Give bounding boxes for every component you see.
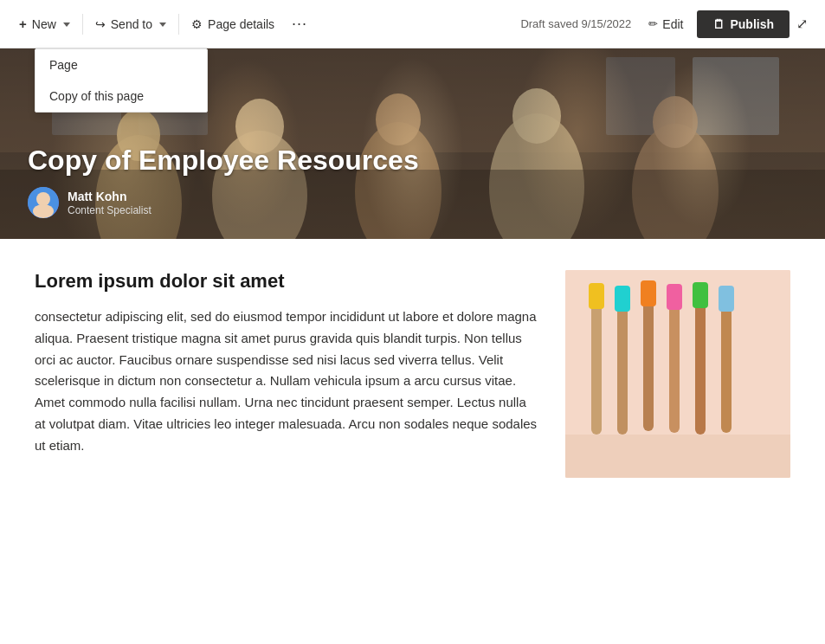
expand-icon: ⤢ bbox=[796, 16, 808, 31]
svg-rect-25 bbox=[615, 286, 630, 312]
svg-rect-5 bbox=[693, 57, 779, 135]
new-chevron-icon bbox=[61, 17, 70, 31]
svg-rect-22 bbox=[591, 287, 602, 435]
content-body: consectetur adipiscing elit, sed do eius… bbox=[35, 306, 538, 456]
svg-rect-29 bbox=[667, 284, 682, 310]
new-label: New bbox=[32, 17, 56, 31]
toolbar: + New ↪ Send to ⚙ Page details ··· Draft… bbox=[0, 0, 825, 48]
dropdown-item-copy-of-this-page[interactable]: Copy of this page bbox=[35, 80, 207, 112]
send-to-icon: ↪ bbox=[95, 17, 106, 31]
hero-author: Matt Kohn Content Specialist bbox=[28, 187, 797, 218]
author-info: Matt Kohn Content Specialist bbox=[68, 189, 151, 216]
author-avatar bbox=[28, 187, 59, 218]
publish-label: Publish bbox=[730, 17, 774, 31]
svg-rect-33 bbox=[719, 286, 734, 312]
svg-point-13 bbox=[512, 88, 561, 144]
publish-button[interactable]: 🗒 Publish bbox=[697, 10, 790, 38]
toothbrushes-image bbox=[565, 270, 790, 478]
page-details-button[interactable]: ⚙ Page details bbox=[183, 12, 283, 36]
main-content: Lorem ipsum dolor sit amet consectetur a… bbox=[0, 239, 825, 509]
svg-point-11 bbox=[376, 93, 421, 145]
more-button[interactable]: ··· bbox=[283, 10, 316, 38]
avatar-svg bbox=[28, 187, 59, 218]
svg-rect-24 bbox=[617, 292, 628, 435]
gear-icon: ⚙ bbox=[191, 17, 203, 31]
new-dropdown-menu: Page Copy of this page bbox=[35, 48, 208, 113]
svg-point-15 bbox=[653, 96, 698, 148]
edit-button[interactable]: ✏ Edit bbox=[638, 12, 693, 36]
edit-pencil-icon: ✏ bbox=[648, 17, 658, 30]
svg-rect-27 bbox=[641, 280, 656, 306]
svg-rect-26 bbox=[643, 286, 654, 431]
svg-rect-34 bbox=[565, 435, 790, 478]
content-heading: Lorem ipsum dolor sit amet bbox=[35, 270, 538, 293]
svg-rect-30 bbox=[695, 287, 706, 435]
plus-icon: + bbox=[19, 16, 27, 31]
new-button[interactable]: + New bbox=[10, 11, 79, 36]
page-details-label: Page details bbox=[208, 17, 274, 31]
send-to-button[interactable]: ↪ Send to bbox=[87, 12, 175, 36]
draft-status: Draft saved 9/15/2022 bbox=[520, 17, 631, 30]
svg-rect-23 bbox=[589, 283, 604, 309]
more-icon: ··· bbox=[292, 15, 307, 33]
svg-point-18 bbox=[36, 192, 50, 206]
author-name: Matt Kohn bbox=[68, 189, 151, 204]
svg-point-20 bbox=[33, 204, 54, 218]
expand-button[interactable]: ⤢ bbox=[790, 10, 815, 37]
svg-rect-32 bbox=[721, 291, 732, 433]
content-text-area: Lorem ipsum dolor sit amet consectetur a… bbox=[35, 270, 538, 478]
svg-rect-28 bbox=[669, 289, 680, 433]
book-icon: 🗒 bbox=[712, 17, 725, 31]
send-to-label: Send to bbox=[111, 17, 152, 31]
hero-title: Copy of Employee Resources bbox=[28, 145, 797, 177]
send-to-chevron-icon bbox=[158, 17, 166, 31]
edit-label: Edit bbox=[662, 17, 683, 31]
svg-rect-31 bbox=[693, 282, 708, 308]
separator-2 bbox=[178, 14, 179, 35]
author-role: Content Specialist bbox=[68, 204, 151, 216]
content-image bbox=[565, 270, 790, 478]
dropdown-item-page[interactable]: Page bbox=[35, 49, 207, 80]
separator-1 bbox=[82, 14, 83, 35]
